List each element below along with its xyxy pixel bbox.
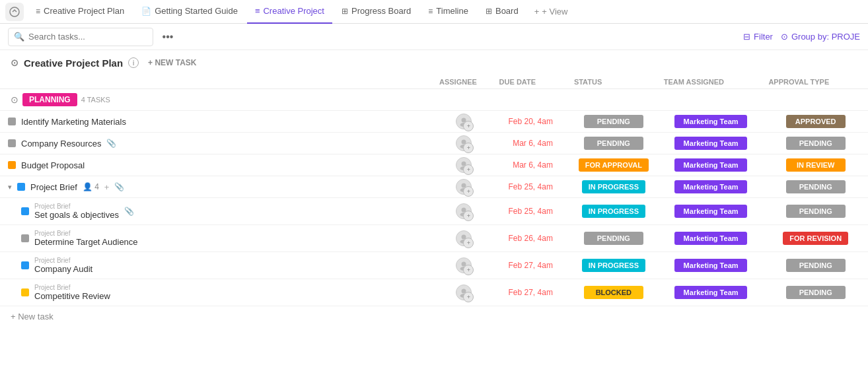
info-icon[interactable]: i bbox=[128, 57, 139, 68]
task-cell: Budget Proposal bbox=[0, 156, 434, 175]
status-cell: PENDING bbox=[569, 134, 659, 152]
avatar: + bbox=[456, 114, 472, 129]
add-assignee-icon[interactable]: + bbox=[463, 211, 474, 221]
status-cell: PENDING bbox=[569, 112, 659, 131]
approval-cell: PENDING bbox=[763, 283, 868, 302]
approval-badge: PENDING bbox=[786, 205, 846, 218]
project-header: ⊙ Creative Project Plan i + NEW TASK bbox=[0, 50, 868, 75]
tab-getting-started-guide[interactable]: 📄 Getting Started Guide bbox=[133, 0, 246, 24]
add-subtask-icon[interactable]: + bbox=[104, 182, 110, 192]
assignee-cell: + bbox=[434, 255, 494, 276]
add-assignee-icon[interactable]: + bbox=[463, 238, 474, 248]
groupby-button[interactable]: ⊙ Group by: PROJE bbox=[781, 32, 860, 42]
status-badge: IN PROGRESS bbox=[582, 180, 645, 193]
status-cell: BLOCKED bbox=[569, 283, 659, 302]
subtask-count: 👤 4 bbox=[83, 182, 99, 191]
avatar: + bbox=[456, 203, 472, 219]
new-task-header-button[interactable]: + NEW TASK bbox=[144, 57, 200, 69]
add-view-button[interactable]: + + View bbox=[528, 0, 575, 24]
team-cell: Marketing Team bbox=[659, 202, 764, 220]
approval-badge: PENDING bbox=[786, 137, 846, 150]
tab-icon: 📄 bbox=[141, 7, 151, 16]
table-row[interactable]: Identify Marketing Materials + Feb 20, 4… bbox=[0, 111, 868, 133]
groupby-icon: ⊙ bbox=[781, 32, 788, 42]
tab-creative-project-plan[interactable]: ≡ Creative Project Plan bbox=[28, 0, 132, 24]
tab-icon: ≡ bbox=[255, 6, 260, 16]
attachment-icon: 📎 bbox=[124, 207, 134, 216]
approval-badge: IN REVIEW bbox=[786, 158, 846, 172]
svg-point-0 bbox=[10, 7, 19, 17]
status-badge: PENDING bbox=[584, 232, 643, 245]
status-badge: IN PROGRESS bbox=[582, 259, 645, 272]
table-row[interactable]: Company Resources📎 + Mar 6, 4am PENDING … bbox=[0, 133, 868, 154]
table-row[interactable]: Project BriefCompany Audit + Feb 27, 4am… bbox=[0, 252, 868, 279]
add-assignee-icon[interactable]: + bbox=[463, 143, 474, 153]
approval-badge: FOR REVISION bbox=[783, 232, 848, 245]
approval-cell: PENDING bbox=[763, 134, 868, 152]
table-row[interactable]: Project BriefSet goals & objectives📎 + F… bbox=[0, 198, 868, 225]
search-box[interactable]: 🔍 bbox=[8, 28, 153, 46]
status-badge: BLOCKED bbox=[584, 286, 643, 299]
task-name-wrap: Budget Proposal bbox=[21, 160, 85, 170]
task-name-wrap: Project BriefDetermine Target Audience bbox=[34, 230, 138, 247]
task-dot bbox=[8, 118, 16, 125]
status-cell: IN PROGRESS bbox=[569, 202, 659, 220]
task-dot bbox=[8, 139, 16, 147]
tab-icon: ⊞ bbox=[486, 7, 492, 16]
tab-label: Progress Board bbox=[351, 6, 411, 16]
new-task-footer-button[interactable]: + New task bbox=[0, 306, 868, 327]
add-assignee-icon[interactable]: + bbox=[463, 121, 474, 131]
tab-label: Getting Started Guide bbox=[155, 6, 238, 16]
add-assignee-icon[interactable]: + bbox=[463, 265, 474, 275]
table-row[interactable]: Project BriefCompetitive Review + Feb 27… bbox=[0, 279, 868, 306]
content-area: ⊙ Creative Project Plan i + NEW TASK ASS… bbox=[0, 50, 868, 371]
team-badge: Marketing Team bbox=[674, 115, 747, 128]
table-row[interactable]: ▾Project Brief👤 4+📎 + Feb 25, 4am IN PRO… bbox=[0, 176, 868, 198]
due-date: Feb 26, 4am bbox=[494, 234, 561, 243]
tab-creative-project[interactable]: ≡ Creative Project bbox=[247, 0, 332, 24]
add-assignee-icon[interactable]: + bbox=[463, 164, 474, 175]
team-badge: Marketing Team bbox=[674, 137, 747, 150]
avatar: + bbox=[456, 135, 472, 151]
team-badge: Marketing Team bbox=[674, 158, 747, 172]
more-label: ••• bbox=[163, 31, 174, 43]
task-name: Set goals & objectives bbox=[34, 210, 119, 220]
status-badge: IN PROGRESS bbox=[582, 205, 645, 218]
project-title: Creative Project Plan bbox=[24, 57, 123, 69]
search-input[interactable] bbox=[28, 32, 147, 42]
team-cell: Marketing Team bbox=[659, 229, 764, 248]
tab-board[interactable]: ⊞ Board bbox=[478, 0, 526, 24]
tab-timeline[interactable]: ≡ Timeline bbox=[420, 0, 476, 24]
attachment-icon: 📎 bbox=[114, 182, 124, 191]
group-count: 4 TASKS bbox=[81, 96, 110, 104]
filter-button[interactable]: ⊟ Filter bbox=[743, 32, 773, 42]
group-collapse-button[interactable]: ⊙ bbox=[11, 94, 18, 105]
expand-arrow[interactable]: ▾ bbox=[8, 183, 12, 191]
approval-cell: PENDING bbox=[763, 256, 868, 275]
task-name: Company Resources bbox=[21, 139, 101, 149]
task-cell: Project BriefCompany Audit bbox=[0, 252, 434, 279]
status-badge: PENDING bbox=[584, 137, 643, 150]
avatar: + bbox=[456, 285, 472, 300]
team-cell: Marketing Team bbox=[659, 134, 764, 152]
table-row[interactable]: Budget Proposal + Mar 6, 4am FOR APPROVA… bbox=[0, 154, 868, 176]
status-badge: FOR APPROVAL bbox=[579, 158, 649, 172]
team-cell: Marketing Team bbox=[659, 256, 764, 275]
avatar: + bbox=[456, 257, 472, 273]
table-row[interactable]: Project BriefDetermine Target Audience +… bbox=[0, 225, 868, 252]
toolbar: 🔍 ••• ⊟ Filter ⊙ Group by: PROJE bbox=[0, 24, 868, 50]
team-badge: Marketing Team bbox=[674, 259, 747, 272]
due-date: Feb 20, 4am bbox=[494, 117, 561, 126]
collapse-button[interactable]: ⊙ bbox=[11, 57, 18, 68]
task-name-wrap: Project BriefSet goals & objectives bbox=[34, 203, 119, 220]
due-date: Feb 25, 4am bbox=[494, 207, 561, 216]
add-assignee-icon[interactable]: + bbox=[463, 292, 474, 302]
more-options-button[interactable]: ••• bbox=[159, 28, 177, 46]
task-parent-label: Project Brief bbox=[34, 257, 92, 264]
team-cell: Marketing Team bbox=[659, 112, 764, 131]
add-assignee-icon[interactable]: + bbox=[463, 186, 474, 197]
team-badge: Marketing Team bbox=[674, 286, 747, 299]
tab-progress-board[interactable]: ⊞ Progress Board bbox=[334, 0, 419, 24]
tab-icon: ⊞ bbox=[342, 7, 348, 16]
approval-cell: IN REVIEW bbox=[763, 156, 868, 174]
